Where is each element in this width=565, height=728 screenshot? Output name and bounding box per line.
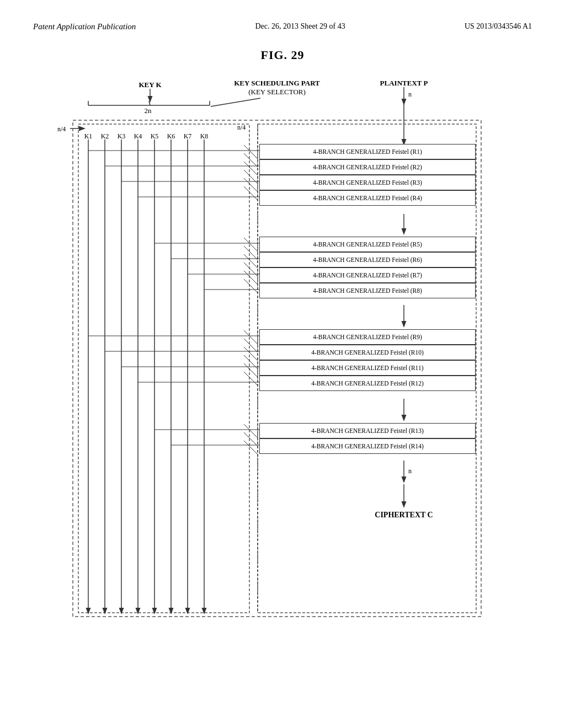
svg-text:K7: K7 — [184, 132, 192, 140]
feistel-r11: 4-BRANCH GENERALIZED Feistel (R11) — [259, 360, 476, 376]
diagram-area: KEY K 2n KEY SCHEDULING PART (KEY SELECT… — [40, 73, 525, 669]
svg-text:n: n — [408, 467, 412, 475]
svg-line-55 — [244, 246, 258, 260]
svg-text:n/4: n/4 — [237, 124, 246, 131]
svg-line-64 — [244, 363, 258, 377]
svg-line-60 — [244, 330, 258, 344]
feistel-r4: 4-BRANCH GENERALIZED Feistel (R4) — [259, 190, 476, 206]
feistel-r3: 4-BRANCH GENERALIZED Feistel (R3) — [259, 175, 476, 190]
svg-text:K2: K2 — [101, 132, 109, 140]
feistel-r8: 4-BRANCH GENERALIZED Feistel (R8) — [259, 283, 476, 298]
svg-text:n: n — [408, 90, 412, 98]
feistel-r5: 4-BRANCH GENERALIZED Feistel (R5) — [259, 237, 476, 252]
svg-line-68 — [244, 441, 258, 454]
svg-text:K4: K4 — [134, 132, 142, 140]
svg-text:K1: K1 — [84, 132, 93, 140]
svg-text:PLAINTEXT P: PLAINTEXT P — [380, 79, 428, 87]
feistel-r10: 4-BRANCH GENERALIZED Feistel (R10) — [259, 345, 476, 360]
svg-text:(KEY SELECTOR): (KEY SELECTOR) — [248, 88, 306, 96]
svg-rect-24 — [78, 124, 249, 613]
svg-line-57 — [244, 263, 258, 276]
feistel-r6: 4-BRANCH GENERALIZED Feistel (R6) — [259, 252, 476, 267]
feistel-r1: 4-BRANCH GENERALIZED Feistel (R1) — [259, 144, 476, 159]
svg-line-66 — [244, 424, 258, 438]
svg-line-51 — [244, 170, 258, 184]
svg-line-58 — [244, 271, 258, 285]
svg-line-62 — [244, 347, 258, 361]
page-header: Patent Application Publication Dec. 26, … — [0, 0, 565, 31]
svg-line-52 — [244, 178, 258, 192]
svg-text:K5: K5 — [151, 132, 159, 140]
figure-title: FIG. 29 — [0, 48, 565, 62]
svg-line-49 — [244, 153, 258, 167]
svg-line-65 — [244, 372, 258, 386]
feistel-r7: 4-BRANCH GENERALIZED Feistel (R7) — [259, 267, 476, 283]
feistel-r13: 4-BRANCH GENERALIZED Feistel (R13) — [259, 423, 476, 438]
svg-line-53 — [244, 186, 258, 200]
svg-text:2n: 2n — [145, 106, 152, 115]
svg-text:n/4: n/4 — [57, 125, 66, 133]
svg-line-5 — [149, 101, 150, 105]
header-left: Patent Application Publication — [33, 22, 136, 31]
svg-line-50 — [244, 162, 258, 175]
svg-text:KEY SCHEDULING PART: KEY SCHEDULING PART — [234, 79, 320, 87]
svg-text:KEY K: KEY K — [138, 81, 162, 89]
feistel-r12: 4-BRANCH GENERALIZED Feistel (R12) — [259, 376, 476, 391]
svg-line-48 — [244, 145, 258, 159]
svg-line-59 — [244, 279, 258, 293]
svg-text:K3: K3 — [118, 132, 126, 140]
header-center: Dec. 26, 2013 Sheet 29 of 43 — [255, 22, 345, 31]
svg-text:K8: K8 — [200, 132, 209, 140]
svg-line-63 — [244, 355, 258, 369]
svg-text:CIPHERTEXT C: CIPHERTEXT C — [375, 511, 433, 519]
header-right: US 2013/0343546 A1 — [465, 22, 532, 31]
svg-line-56 — [244, 254, 258, 268]
feistel-r2: 4-BRANCH GENERALIZED Feistel (R2) — [259, 159, 476, 175]
feistel-r9: 4-BRANCH GENERALIZED Feistel (R9) — [259, 329, 476, 345]
svg-line-67 — [244, 432, 258, 446]
svg-line-54 — [244, 238, 258, 251]
svg-line-61 — [244, 339, 258, 352]
svg-text:K6: K6 — [167, 132, 175, 140]
feistel-r14: 4-BRANCH GENERALIZED Feistel (R14) — [259, 438, 476, 454]
